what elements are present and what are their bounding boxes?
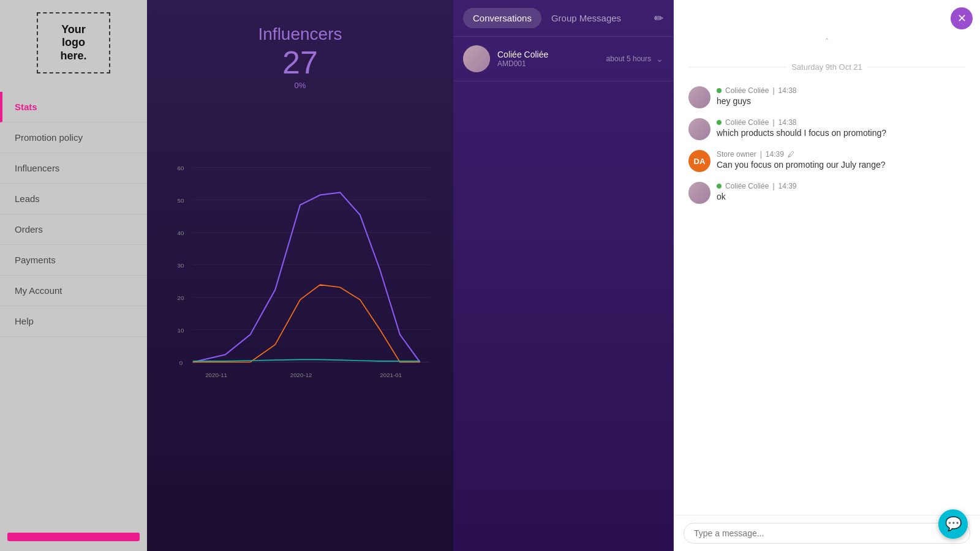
conversation-sub: AMD001 [497,59,606,68]
avatar-da: DA [688,150,710,172]
message-content: Coliée Coliée | 14:38 which products sho… [717,118,886,138]
chart-svg: 60 50 40 30 20 10 0 2020-11 2020-12 [165,102,435,457]
nav-menu: Stats Promotion policy Influencers Leads… [0,86,147,527]
online-indicator [717,184,722,189]
sidebar-item-help[interactable]: Help [0,306,147,337]
conversations-panel: Conversations Group Messages ✏ Coliée Co… [453,0,674,551]
influencers-title: Influencers [147,24,453,44]
sidebar-item-myaccount[interactable]: My Account [0,276,147,306]
date-divider: Saturday 9th Oct 21 [688,62,965,72]
message-text: which products should I focus on promoti… [717,128,886,138]
svg-text:30: 30 [178,262,184,269]
message-time: 14:39 [778,182,797,190]
message-separator: | [772,182,774,190]
avatar-image [463,45,490,72]
conversation-name: Coliée Coliée [497,50,606,59]
message-time: 14:38 [778,118,797,127]
message-row: Coliée Coliée | 14:38 which products sho… [688,118,965,140]
sidebar-item-promotion-policy[interactable]: Promotion policy [0,122,147,153]
message-time: 14:39 [766,150,784,159]
logo: Yourlogohere. [37,12,110,73]
svg-text:40: 40 [178,230,184,236]
chevron-down-icon: ⌄ [656,54,663,64]
sidebar-bottom-bar [7,533,140,541]
sidebar-item-orders[interactable]: Orders [0,214,147,245]
svg-text:10: 10 [178,327,184,334]
date-label: Saturday 9th Oct 21 [791,62,862,72]
chat-messages: ⌃ Saturday 9th Oct 21 Coliée Coliée | 14… [674,0,980,515]
chat-input-area [674,515,980,551]
message-separator: | [760,150,762,159]
close-button[interactable]: ✕ [951,7,973,29]
svg-text:2020-12: 2020-12 [290,372,312,378]
message-header: Store owner | 14:39 🖊 [717,150,886,159]
message-sender: Coliée Coliée [725,118,769,127]
message-text: Can you focus on promoting our July rang… [717,160,886,170]
message-time: 14:38 [778,86,797,95]
message-separator: | [772,86,774,95]
message-content: Coliée Coliée | 14:38 hey guys [717,86,797,106]
svg-text:0: 0 [179,359,183,366]
svg-text:2020-11: 2020-11 [205,372,227,378]
message-header: Coliée Coliée | 14:39 [717,182,797,190]
svg-text:2021-01: 2021-01 [380,372,402,378]
message-row: DA Store owner | 14:39 🖊 Can you focus o… [688,150,965,172]
chat-panel: ✕ ⌃ Saturday 9th Oct 21 Coliée Coliée | … [674,0,980,551]
conversation-list: Coliée Coliée AMD001 about 5 hours ⌄ [453,37,673,551]
message-row: Coliée Coliée | 14:39 ok [688,182,965,204]
main-chart-area: Influencers 27 0% 60 50 40 30 20 10 0 [147,0,453,551]
avatar [688,118,710,140]
message-text: ok [717,192,797,201]
conversations-tabs: Conversations Group Messages ✏ [453,0,673,37]
message-header: Coliée Coliée | 14:38 [717,86,797,95]
conversation-info: Coliée Coliée AMD001 [497,50,606,68]
online-indicator [717,88,722,93]
conversation-time: about 5 hours [606,54,651,63]
chat-input[interactable] [684,523,970,544]
svg-text:50: 50 [178,197,184,204]
chart-area: 60 50 40 30 20 10 0 2020-11 2020-12 [147,102,453,457]
sidebar: Yourlogohere. Stats Promotion policy Inf… [0,0,147,551]
tab-conversations[interactable]: Conversations [463,8,541,28]
scroll-up-icon: ⌃ [688,37,965,45]
tab-group-messages[interactable]: Group Messages [541,8,631,28]
influencers-count: 27 [147,44,453,81]
sidebar-item-payments[interactable]: Payments [0,245,147,276]
message-header: Coliée Coliée | 14:38 [717,118,886,127]
influencers-percent: 0% [147,81,453,90]
avatar [463,45,490,72]
message-content: Store owner | 14:39 🖊 Can you focus on p… [717,150,886,170]
sidebar-item-stats[interactable]: Stats [0,92,147,122]
list-item[interactable]: Coliée Coliée AMD001 about 5 hours ⌄ [453,37,673,81]
message-sender: Coliée Coliée [725,86,769,95]
message-sender: Store owner [717,150,756,159]
message-separator: | [772,118,774,127]
edit-icon[interactable]: 🖊 [788,151,794,158]
message-row: Coliée Coliée | 14:38 hey guys [688,86,965,108]
online-indicator [717,120,722,125]
svg-text:20: 20 [178,294,184,301]
message-content: Coliée Coliée | 14:39 ok [717,182,797,201]
edit-icon[interactable]: ✏ [654,12,663,25]
support-chat-button[interactable]: 💬 [938,509,968,539]
message-sender: Coliée Coliée [725,182,769,190]
svg-text:60: 60 [178,165,184,171]
sidebar-item-leads[interactable]: Leads [0,184,147,214]
avatar [688,86,710,108]
sidebar-item-influencers[interactable]: Influencers [0,153,147,184]
avatar [688,182,710,204]
chat-icon: 💬 [945,516,962,532]
message-text: hey guys [717,96,797,106]
